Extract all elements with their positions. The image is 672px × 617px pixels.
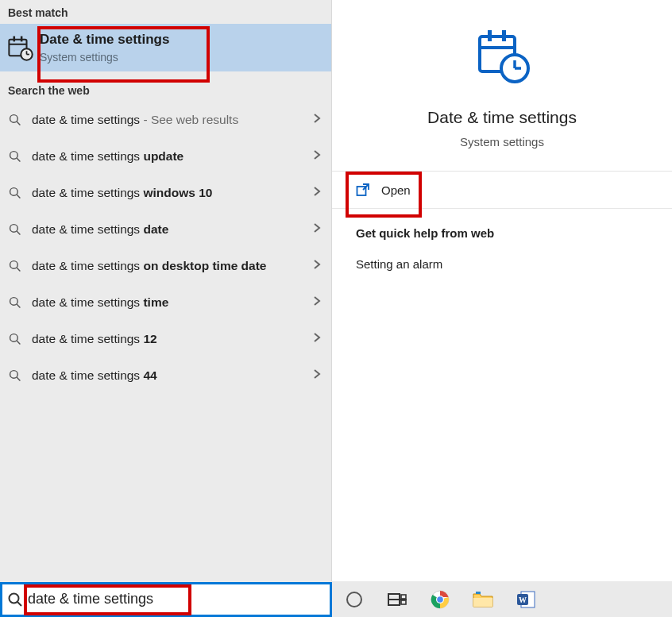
search-icon xyxy=(6,369,24,382)
svg-line-12 xyxy=(17,195,20,198)
search-icon xyxy=(6,223,24,236)
web-result-text: date & time settings 12 xyxy=(32,330,312,348)
svg-line-33 xyxy=(17,602,21,606)
svg-point-13 xyxy=(10,225,18,233)
search-icon xyxy=(6,260,24,272)
web-result-text: date & time settings windows 10 xyxy=(32,184,312,202)
word-icon[interactable]: W xyxy=(515,588,537,611)
svg-point-11 xyxy=(10,188,18,196)
web-result-item[interactable]: date & time settings on desktop time dat… xyxy=(0,248,331,284)
web-result-text: date & time settings update xyxy=(32,148,312,165)
svg-line-14 xyxy=(17,231,20,234)
web-result-text: date & time settings 44 xyxy=(32,367,312,384)
web-result-item[interactable]: date & time settings update xyxy=(0,138,331,175)
chevron-right-icon xyxy=(312,149,322,164)
svg-text:W: W xyxy=(519,596,527,604)
svg-point-19 xyxy=(10,334,18,342)
search-icon xyxy=(7,592,23,607)
chevron-right-icon xyxy=(312,332,322,346)
chevron-right-icon xyxy=(312,222,322,237)
svg-point-32 xyxy=(10,593,19,603)
svg-rect-42 xyxy=(473,598,492,607)
web-results-list: date & time settings - See web results d… xyxy=(0,102,331,394)
best-match-text: Date & time settings System settings xyxy=(40,32,169,64)
web-result-item[interactable]: date & time settings windows 10 xyxy=(0,175,331,211)
svg-point-34 xyxy=(347,592,361,607)
chevron-right-icon xyxy=(312,368,322,383)
search-icon xyxy=(6,187,24,199)
web-result-text: date & time settings - See web results xyxy=(32,111,312,129)
search-icon xyxy=(6,333,24,345)
open-label: Open xyxy=(381,183,411,197)
taskbar-search-box[interactable] xyxy=(0,582,332,617)
web-result-text: date & time settings date xyxy=(32,221,312,238)
chevron-right-icon xyxy=(312,259,322,273)
web-result-item[interactable]: date & time settings - See web results xyxy=(0,102,331,138)
chrome-icon[interactable] xyxy=(429,588,451,611)
task-view-icon[interactable] xyxy=(386,588,408,611)
preview-header: Date & time settings System settings xyxy=(332,0,672,172)
svg-rect-2 xyxy=(14,37,16,42)
cortana-icon[interactable] xyxy=(343,588,365,611)
svg-point-7 xyxy=(10,115,18,123)
svg-rect-37 xyxy=(401,595,406,599)
svg-point-41 xyxy=(437,596,443,603)
svg-rect-43 xyxy=(476,592,481,594)
search-results-panel: Best match Date & time settings System s… xyxy=(0,0,332,581)
quick-help-heading: Get quick help from web xyxy=(356,226,653,240)
chevron-right-icon xyxy=(312,113,322,127)
web-result-item[interactable]: date & time settings 44 xyxy=(0,357,331,394)
search-icon xyxy=(6,296,24,309)
chevron-right-icon xyxy=(312,186,322,200)
svg-line-16 xyxy=(17,268,20,271)
web-result-text: date & time settings on desktop time dat… xyxy=(32,257,312,275)
help-link-alarm[interactable]: Setting an alarm xyxy=(356,257,653,271)
svg-rect-25 xyxy=(488,30,492,41)
best-match-title: Date & time settings xyxy=(40,32,169,48)
search-web-label: Search the web xyxy=(0,78,331,102)
svg-rect-26 xyxy=(502,30,506,41)
taskbar-icons: W xyxy=(343,588,537,611)
web-result-text: date & time settings time xyxy=(32,294,312,311)
best-match-item[interactable]: Date & time settings System settings xyxy=(0,24,331,71)
best-match-subtitle: System settings xyxy=(40,51,169,64)
calendar-clock-icon xyxy=(470,24,534,91)
search-icon xyxy=(6,114,24,126)
svg-point-17 xyxy=(10,298,18,306)
preview-subtitle: System settings xyxy=(460,135,544,148)
svg-line-18 xyxy=(17,304,20,307)
preview-title: Date & time settings xyxy=(427,108,577,127)
svg-line-8 xyxy=(17,121,20,125)
svg-line-10 xyxy=(17,158,20,161)
quick-help-section: Get quick help from web Setting an alarm xyxy=(332,209,672,271)
svg-rect-38 xyxy=(401,600,406,604)
web-result-item[interactable]: date & time settings 12 xyxy=(0,321,331,357)
svg-point-15 xyxy=(10,261,18,269)
svg-line-20 xyxy=(17,341,20,344)
open-button[interactable]: Open xyxy=(332,172,672,209)
search-input[interactable] xyxy=(28,591,330,607)
web-result-item[interactable]: date & time settings time xyxy=(0,284,331,321)
taskbar: W xyxy=(0,581,672,617)
best-match-label: Best match xyxy=(0,0,331,24)
open-external-icon xyxy=(356,183,370,197)
svg-rect-3 xyxy=(21,37,23,42)
search-icon xyxy=(6,150,24,163)
svg-point-9 xyxy=(10,152,18,160)
chevron-right-icon xyxy=(312,295,322,310)
svg-line-22 xyxy=(17,377,20,380)
web-result-item[interactable]: date & time settings date xyxy=(0,211,331,248)
file-explorer-icon[interactable] xyxy=(472,588,494,611)
svg-point-21 xyxy=(10,371,18,379)
preview-panel: Date & time settings System settings Ope… xyxy=(332,0,672,581)
calendar-clock-icon xyxy=(5,33,35,63)
